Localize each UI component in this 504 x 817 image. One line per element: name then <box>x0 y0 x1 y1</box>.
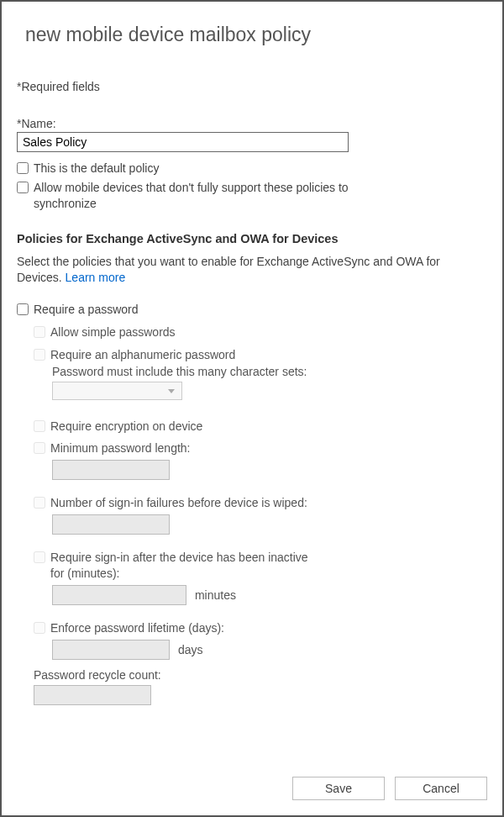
require-alnum-checkbox <box>34 349 45 361</box>
inactive-checkbox <box>34 551 45 563</box>
required-fields-note: *Required fields <box>17 80 487 93</box>
name-input[interactable] <box>17 132 349 152</box>
page-title: new mobile device mailbox policy <box>25 24 487 46</box>
failures-label: Number of sign-in failures before device… <box>50 495 307 511</box>
default-policy-label: This is the default policy <box>34 161 159 177</box>
inactive-input <box>52 585 186 605</box>
require-encryption-checkbox <box>34 420 45 432</box>
inactive-label: Require sign-in after the device has bee… <box>50 550 319 582</box>
charsets-label: Password must include this many characte… <box>52 365 487 378</box>
save-button[interactable]: Save <box>292 777 385 800</box>
failures-input <box>52 514 170 535</box>
charsets-select <box>52 382 182 400</box>
lifetime-input <box>52 640 170 660</box>
require-alnum-label: Require an alphanumeric password <box>50 347 235 363</box>
learn-more-link[interactable]: Learn more <box>66 271 126 284</box>
lifetime-label: Enforce password lifetime (days): <box>50 620 224 636</box>
lifetime-unit: days <box>178 643 203 656</box>
min-length-checkbox <box>34 442 45 454</box>
section-description: Select the policies that you want to ena… <box>17 254 454 287</box>
cancel-button[interactable]: Cancel <box>395 777 487 800</box>
default-policy-checkbox[interactable] <box>17 162 29 174</box>
require-encryption-label: Require encryption on device <box>50 419 202 435</box>
min-length-label: Minimum password length: <box>50 440 191 456</box>
allow-nonprovisionable-label: Allow mobile devices that don't fully su… <box>34 180 395 212</box>
recycle-label: Password recycle count: <box>34 668 487 682</box>
section-heading: Policies for Exchange ActiveSync and OWA… <box>17 232 487 245</box>
name-label: *Name: <box>17 117 487 130</box>
allow-simple-checkbox <box>34 326 45 338</box>
allow-simple-label: Allow simple passwords <box>50 324 176 340</box>
failures-checkbox <box>34 497 45 509</box>
inactive-unit: minutes <box>195 588 236 602</box>
require-password-label: Require a password <box>34 302 139 318</box>
require-password-checkbox[interactable] <box>17 303 29 315</box>
lifetime-checkbox <box>34 622 45 634</box>
footer-buttons: Save Cancel <box>292 777 487 800</box>
min-length-input <box>52 460 170 480</box>
allow-nonprovisionable-checkbox[interactable] <box>17 182 29 193</box>
recycle-input <box>34 685 151 705</box>
